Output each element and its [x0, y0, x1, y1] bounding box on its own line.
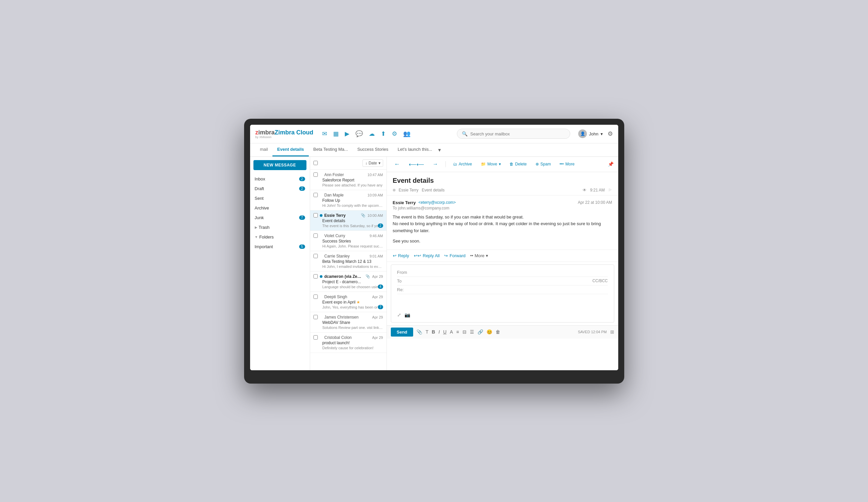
delete-button[interactable]: 🗑 Delete: [507, 161, 529, 168]
reply-all-button[interactable]: ↩↩ Reply All: [414, 253, 440, 258]
avatar: 👤: [578, 130, 587, 138]
user-menu[interactable]: 👤 John ▾: [578, 130, 602, 138]
align-icon[interactable]: ☰: [470, 329, 474, 335]
underline-icon[interactable]: U: [443, 329, 446, 335]
read-dot: [320, 296, 322, 298]
read-receipt-icon: 👁: [582, 188, 587, 193]
search-input[interactable]: [470, 131, 565, 136]
sidebar-item-folders[interactable]: ▼ Folders: [250, 232, 310, 242]
email-row[interactable]: James Christensen Apr 29 WebDAV Share So…: [310, 312, 386, 332]
tab-lets-launch[interactable]: Let's launch this...: [393, 143, 437, 156]
email-row[interactable]: Violet Curry 9:46 AM Success Stories Hi …: [310, 231, 386, 251]
back-button[interactable]: ←: [392, 160, 403, 169]
email-row-selected[interactable]: Essie Terry 📎 10:00 AM Event details The…: [310, 211, 386, 231]
email-from-addr: <eterry@xcorp.com>: [418, 200, 456, 205]
sidebar-item-archive[interactable]: Archive: [250, 203, 310, 213]
compose-body[interactable]: [397, 294, 608, 311]
pin-icon[interactable]: 📌: [608, 162, 613, 167]
move-button[interactable]: 📁 Move ▾: [478, 161, 504, 168]
bullet-list-icon[interactable]: ≡: [456, 329, 459, 335]
reply-more-button[interactable]: •• More ▾: [470, 253, 488, 258]
tab-event-details[interactable]: Event details: [272, 143, 309, 156]
email-checkbox[interactable]: [313, 295, 318, 299]
sidebar-item-junk[interactable]: Junk 7: [250, 213, 310, 223]
email-checkbox[interactable]: [313, 234, 318, 238]
settings-icon[interactable]: ⚙: [608, 130, 613, 137]
tabs-more-button[interactable]: ▾: [438, 147, 441, 153]
trash-compose-icon[interactable]: 🗑: [496, 329, 500, 335]
flag-icon[interactable]: 🏳: [608, 188, 612, 193]
expand-compose-icon[interactable]: ⤢: [397, 312, 401, 318]
email-row[interactable]: Dan Maple 10:09 AM Follow Up Hi John! To…: [310, 190, 386, 211]
sidebar-item-sent[interactable]: Sent: [250, 194, 310, 203]
sidebar-item-inbox[interactable]: Inbox 2: [250, 174, 310, 184]
email-checkbox[interactable]: [313, 254, 318, 258]
email-checkbox[interactable]: [313, 213, 318, 217]
email-row[interactable]: Deepti Singh Apr 29 Event expo in April …: [310, 292, 386, 312]
email-checkbox[interactable]: [313, 315, 318, 319]
video-nav-icon[interactable]: ▶: [345, 130, 350, 137]
email-row[interactable]: Cristobal Colon Apr 29 product launch! D…: [310, 332, 386, 353]
bold-icon[interactable]: B: [432, 329, 435, 335]
unread-dot: [320, 214, 322, 217]
email-sender: Ann Foster: [324, 173, 366, 177]
email-checkbox[interactable]: [313, 335, 318, 340]
email-row[interactable]: Ann Foster 10:47 AM Salesforce Report Pl…: [310, 170, 386, 190]
email-row[interactable]: Carrie Stanley 9:01 AM Beta Testing Marc…: [310, 251, 386, 272]
tab-beta-testing[interactable]: Beta Testing Ma...: [309, 143, 353, 156]
puzzle-nav-icon[interactable]: ⚙: [392, 130, 397, 137]
sort-icon: ↓: [365, 161, 367, 165]
link-icon[interactable]: 🔗: [477, 329, 483, 335]
spam-button[interactable]: ⊗ Spam: [533, 161, 554, 168]
email-title: Event details: [393, 177, 612, 184]
sidebar-inbox-label: Inbox: [255, 176, 299, 182]
font-color-icon[interactable]: A: [450, 329, 453, 335]
sort-chevron: ▾: [379, 161, 381, 165]
select-all-checkbox[interactable]: [313, 161, 318, 165]
attachment-icon[interactable]: 📎: [416, 329, 422, 335]
mail-nav-icon[interactable]: ✉: [322, 130, 327, 137]
tab-mail[interactable]: mail: [256, 143, 273, 156]
cc-bcc-button[interactable]: CC/BCC: [592, 278, 608, 283]
email-time: 9:01 AM: [370, 254, 383, 258]
email-from-name: Essie Terry: [393, 200, 416, 205]
forward-toolbar-button[interactable]: →: [430, 160, 441, 168]
compose-to-field[interactable]: To CC/BCC: [397, 277, 608, 286]
tasks-nav-icon[interactable]: ⬆: [381, 130, 386, 137]
email-time: 9:46 AM: [370, 234, 383, 238]
numbered-list-icon[interactable]: ⊟: [463, 329, 466, 335]
people-nav-icon[interactable]: 👥: [403, 130, 411, 137]
cloud-nav-icon[interactable]: ☁: [369, 130, 375, 137]
sort-button[interactable]: ↓ Date ▾: [362, 160, 383, 167]
resize-compose-icon[interactable]: ⊞: [610, 329, 614, 335]
reply-button[interactable]: ↩ Reply: [393, 253, 409, 258]
reply-all-toolbar-button[interactable]: ⟵⟵: [406, 160, 427, 169]
email-checkbox[interactable]: [313, 193, 318, 197]
image-attach-icon[interactable]: 📷: [404, 312, 410, 318]
send-button[interactable]: Send: [391, 328, 413, 337]
search-box[interactable]: 🔍: [457, 129, 570, 139]
forward-button[interactable]: ↪ Forward: [444, 253, 465, 258]
email-checkbox[interactable]: [313, 274, 318, 278]
tab-success-stories[interactable]: Success Stories: [352, 143, 393, 156]
user-name: John: [589, 131, 598, 136]
new-message-button[interactable]: NEW MESSAGE: [254, 160, 307, 170]
sidebar-important-label: Important: [255, 244, 299, 249]
sidebar-item-trash[interactable]: ▶ Trash: [250, 223, 310, 232]
email-row[interactable]: dcameron (via Zeplin) 📎 Apr 29 Project E…: [310, 272, 386, 292]
email-meta-row: Essie Terry Event details 👁 9:21 AM 🏳: [393, 188, 612, 193]
chat-nav-icon[interactable]: 💬: [355, 130, 363, 137]
reply-icon: ↩: [393, 253, 396, 258]
email-checkbox[interactable]: [313, 173, 318, 177]
calendar-nav-icon[interactable]: ▦: [333, 130, 339, 137]
sidebar-item-draft[interactable]: Draft 2: [250, 184, 310, 194]
email-meta-time: 9:21 AM: [590, 188, 604, 193]
email-preview: Solutions Review part one. vist link for: [313, 326, 383, 329]
archive-button[interactable]: 🗂 Archive: [451, 161, 475, 168]
more-toolbar-button[interactable]: ••• More: [557, 161, 577, 168]
emoji-icon[interactable]: 😊: [486, 329, 492, 335]
sidebar-item-important[interactable]: Important 5: [250, 242, 310, 252]
format-text-icon[interactable]: T: [425, 329, 428, 335]
italic-icon[interactable]: I: [438, 329, 440, 335]
move-chevron-icon: ▾: [499, 162, 501, 166]
